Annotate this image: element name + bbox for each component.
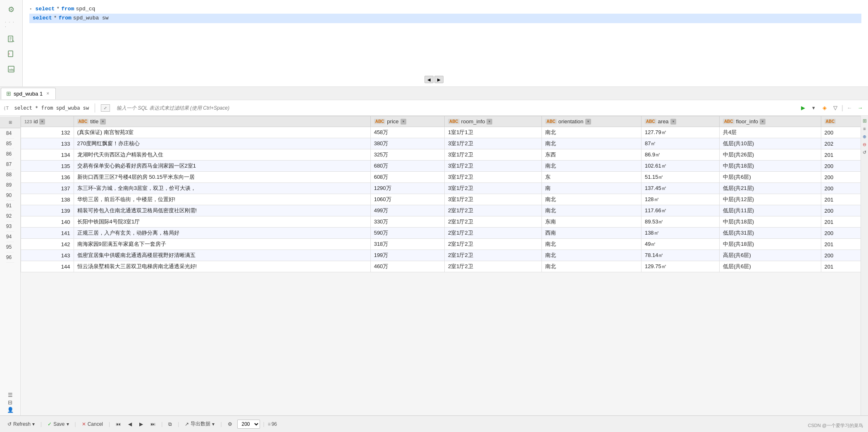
col-header-orientation[interactable]: ABC orientation ▾ (542, 116, 641, 127)
table-row[interactable]: 133270度网红飘窗！亦庄核心380万3室1厅2卫南北87㎡低层(共10层)2… (21, 138, 868, 149)
filter-icon[interactable]: ▽ (831, 103, 840, 113)
table-row[interactable]: 144恒云汤泉墅精装大三居双卫电梯房南北通透采光好!460万2室1厅2卫南北12… (21, 261, 868, 272)
right-icon-3[interactable]: ⊕ (861, 133, 868, 140)
cell-price: 318万 (370, 239, 444, 250)
sql-editor[interactable]: • select * from spd_cq select * from spd… (23, 0, 868, 86)
col-header-title[interactable]: ABC title ▾ (74, 116, 370, 127)
new-query-icon[interactable] (5, 33, 17, 46)
right-icon-2[interactable]: ≡ (861, 125, 868, 132)
sort-floor-icon[interactable]: ▾ (760, 119, 765, 125)
table-row[interactable]: 139精装可拎包入住南北通透双卫格局低密度社区刚需!499万2室1厅2卫南北11… (21, 205, 868, 216)
right-icon-1[interactable]: ⊞ (861, 118, 868, 124)
person-icon[interactable]: 👤 (7, 407, 14, 413)
page-size-select[interactable]: 200 (237, 420, 260, 429)
restore-btn[interactable]: ◈ (820, 103, 829, 113)
table-row[interactable]: 138华纺三居，前后不临街，中楼层，位置好!1060万3室1厅2卫南北128㎡中… (21, 194, 868, 205)
cell-floor-info: 中层(共18层) (719, 216, 821, 228)
col-header-floor-info[interactable]: ABC floor_info ▾ (719, 116, 821, 127)
scroll-controls: ◀ ▶ (424, 76, 444, 83)
cell-title: 低密宜居集中供暖南北通透高楼层视野好清晰满五 (74, 250, 370, 261)
row-num-list: 84 85 86 87 88 89 90 91 92 93 94 95 96 (6, 128, 14, 263)
forward-btn[interactable]: → (856, 103, 865, 113)
cell-id: 133 (21, 138, 74, 149)
scroll-left-btn[interactable]: ◀ (424, 76, 434, 83)
tab-close-btn[interactable]: × (45, 90, 50, 97)
nav-last-btn[interactable]: ⏭ (148, 420, 158, 428)
cancel-btn[interactable]: ✕ Cancel (79, 420, 105, 428)
copy-btn[interactable]: ⧉ (166, 420, 174, 428)
cell-area: 117.66㎡ (641, 205, 719, 216)
table-row[interactable]: 142南海家园9层满五年家庭名下一套房子318万2室1厅2卫南北49㎡中层(共1… (21, 239, 868, 250)
filter-expand-btn[interactable]: ⤢ (101, 104, 110, 112)
sort-area-icon[interactable]: ▾ (670, 119, 676, 125)
sql-table-2: spd_wuba sw (73, 14, 109, 23)
cell-orientation: 南 (542, 183, 641, 194)
right-icon-4[interactable]: ⊖ (861, 141, 868, 148)
export-icon[interactable]: xls (5, 63, 17, 75)
cell-id: 144 (21, 261, 74, 272)
cell-orientation: 南北 (542, 250, 641, 261)
tab-spd-wuba-1[interactable]: ⊞ spd_wuba 1 × (1, 88, 56, 99)
col-header-area[interactable]: ABC area ▾ (641, 116, 719, 127)
sort-price-icon[interactable]: ▾ (401, 119, 406, 125)
scroll-right-btn[interactable]: ▶ (434, 76, 444, 83)
nav-next-btn[interactable]: ▶ (137, 420, 145, 428)
cell-floor-info: 中层(共18层) (719, 161, 821, 172)
cell-room-info: 3室1厅2卫 (444, 194, 541, 205)
right-icon-5[interactable]: ↺ (861, 149, 868, 156)
filter-side-icon[interactable]: ⊟ (8, 399, 12, 406)
script-icon[interactable]: ! (5, 48, 17, 60)
sort-room-icon[interactable]: ▾ (486, 119, 492, 125)
filter-actions: ▶ ▾ ◈ ▽ | ← → (799, 103, 865, 113)
cell-room-info: 3室1厅2卫 (444, 172, 541, 183)
table-row[interactable]: 136新街口西里三区7号楼4层的房 50.15平米东向一居608万3室1厅2卫东… (21, 172, 868, 183)
table-row[interactable]: 135交易有保单安心购必看好房西马金润家园一区2室1680万3室1厅2卫南北10… (21, 161, 868, 172)
cell-room-info: 3室1厅2卫 (444, 161, 541, 172)
right-side-icons: ⊞ ≡ ⊕ ⊖ ↺ (861, 116, 868, 415)
data-table-wrapper[interactable]: ⊞ ≡ ⊕ ⊖ ↺ 123 id ▾ AB (21, 116, 868, 415)
table-row[interactable]: 137东三环~富力城，全南向3居室，双卫，价可大谈，1290万3室1厅2卫南13… (21, 183, 868, 194)
table-row[interactable]: 143低密宜居集中供暖南北通透高楼层视野好清晰满五199万2室1厅2卫南北78.… (21, 250, 868, 261)
table-row[interactable]: 140长阳中铁国际4号院3室1厅330万2室1厅2卫东南89.53㎡中层(共18… (21, 216, 868, 228)
col-header-price[interactable]: ABC price ▾ (370, 116, 444, 127)
save-arrow: ▾ (67, 421, 69, 427)
save-btn[interactable]: ✓ Save ▾ (45, 420, 71, 428)
refresh-btn[interactable]: ↺ Refresh ▾ (5, 420, 37, 428)
cell-orientation: 南北 (542, 194, 641, 205)
cell-floor-info: 共4层 (719, 127, 821, 138)
back-btn[interactable]: ← (845, 103, 854, 113)
settings-icon-btn[interactable]: ⚙ (225, 420, 235, 428)
cell-id: 139 (21, 205, 74, 216)
nav-first-btn[interactable]: ⏮ (113, 420, 123, 428)
export-btn[interactable]: ↗ 导出数据 ▾ (182, 419, 217, 429)
gear-icon[interactable]: ⚙ (5, 3, 17, 16)
sql-table-1: spd_cq (76, 5, 95, 14)
col-header-room-info[interactable]: ABC room_info ▾ (444, 116, 541, 127)
cell-id: 137 (21, 183, 74, 194)
col-header-id[interactable]: 123 id ▾ (21, 116, 74, 127)
filter-input[interactable] (113, 103, 795, 113)
cell-price: 458万 (370, 127, 444, 138)
table-row[interactable]: 134龙湖时代天街西区边户精装拎包入住325万3室1厅2卫东西86.9㎡中层(共… (21, 149, 868, 161)
row-93: 93 (6, 221, 14, 232)
cell-floor-info: 中层(共12层) (719, 194, 821, 205)
sort-id-icon[interactable]: ▾ (39, 119, 45, 125)
columns-icon[interactable]: ☰ (8, 392, 13, 398)
table-row[interactable]: 132(真实保证) 南宫智苑3室458万1室1厅1卫南北127.79㎡共4层20… (21, 127, 868, 138)
nav-prev-btn[interactable]: ◀ (126, 420, 134, 428)
sql-rest-1: * (56, 5, 60, 14)
editor-area: ⚙ · · · · ! xls • select * from spd_cq s… (0, 0, 868, 87)
sort-title-icon[interactable]: ▾ (100, 119, 106, 125)
cell-orientation: 南北 (542, 161, 641, 172)
table-row[interactable]: 141正规三居，入户有玄关，动静分离，格局好590万2室1厅2卫西南138㎡低层… (21, 228, 868, 239)
cell-orientation: 南北 (542, 138, 641, 149)
more-icon[interactable]: · · · · (5, 18, 17, 31)
tab-bar: ⊞ spd_wuba 1 × (0, 87, 868, 100)
run-btn[interactable]: ▶ (799, 103, 808, 113)
cell-area: 127.79㎡ (641, 127, 719, 138)
row-84: 84 (6, 128, 14, 139)
dropdown-btn[interactable]: ▾ (809, 103, 818, 113)
save-label: Save (53, 421, 64, 427)
sort-orient-icon[interactable]: ▾ (585, 119, 591, 125)
tab-table-icon: ⊞ (6, 90, 11, 97)
